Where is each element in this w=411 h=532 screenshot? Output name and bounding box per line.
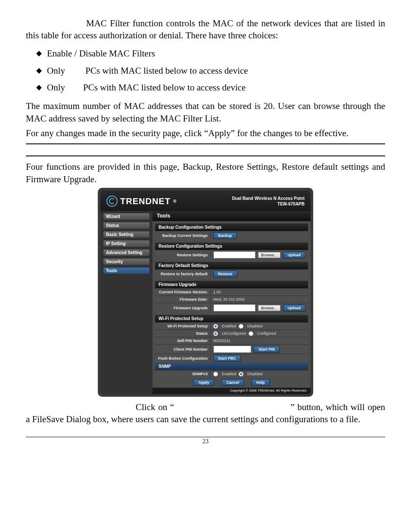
factory-label: Restore to factory default: [155, 271, 211, 277]
apply-button[interactable]: Apply: [193, 379, 214, 386]
wps-startpbc-button[interactable]: Start PBC: [213, 355, 241, 362]
wps-configured-radio[interactable]: [249, 331, 253, 336]
bullet: Only PCs with MAC listed below to access…: [36, 62, 385, 80]
wps-startpin-button[interactable]: Start PIN: [254, 346, 280, 353]
backup-button[interactable]: Backup: [213, 232, 237, 239]
firmware-upload-button[interactable]: Upload: [283, 305, 306, 311]
firmware-version-label: Current Firmware Version:: [155, 289, 211, 296]
bullet: Enable / Disable MAC Filters: [36, 45, 385, 62]
nav-security[interactable]: Security: [103, 258, 150, 265]
snmp-enabled-radio[interactable]: [213, 372, 218, 376]
nav-ip-setting[interactable]: IP Setting: [103, 240, 150, 247]
backup-label: Backup Current Settings: [155, 232, 211, 239]
bullet: Only PCs with MAC listed below to access…: [36, 79, 385, 96]
router-header: TRENDNET® Dual Band Wireless N Access Po…: [100, 190, 311, 211]
firmware-upgrade-label: Firmware Upgrade: [155, 305, 211, 311]
sidebar: Wizard Status Basic Setting IP Setting A…: [100, 211, 153, 394]
restore-file-input[interactable]: [213, 251, 255, 258]
restore-upload-button[interactable]: Upload: [283, 252, 306, 258]
bullet-list: Enable / Disable MAC Filters Only PCs wi…: [36, 45, 385, 97]
firmware-version-value: 1.00: [211, 289, 308, 295]
wps-status-label: Status: [155, 330, 211, 337]
factory-header: Factory Default Settings: [155, 262, 308, 269]
wps-enabled-radio[interactable]: [213, 324, 218, 329]
wps-header: Wi-Fi Protected Setup: [155, 315, 308, 322]
factory-panel: Factory Default Settings Restore to fact…: [155, 262, 308, 278]
nav-wizard[interactable]: Wizard: [103, 213, 150, 220]
paragraph: Four functions are provided in this page…: [26, 161, 385, 185]
restore-panel: Restore Configuration Settings Restore S…: [155, 243, 308, 259]
divider: [26, 156, 385, 156]
nav-status[interactable]: Status: [103, 222, 150, 229]
nav-basic-setting[interactable]: Basic Setting: [103, 231, 150, 238]
divider: [26, 143, 385, 144]
wps-clientpin-input[interactable]: [213, 345, 251, 353]
snmp-label: SNMPv3: [155, 370, 211, 377]
firmware-panel: Firmware Upgrade Current Firmware Versio…: [155, 281, 308, 312]
wps-disabled-radio[interactable]: [239, 324, 243, 329]
page-title: Tools: [153, 211, 311, 221]
paragraph: Click on “” button, which will open a Fi…: [26, 401, 385, 426]
cancel-button[interactable]: Cancel: [221, 379, 244, 386]
backup-panel: Backup Configuration Settings Backup Cur…: [155, 224, 308, 240]
wps-pbc-label: Push Botton Configuration: [155, 355, 211, 362]
swirl-icon: [106, 196, 118, 207]
wps-panel: Wi-Fi Protected Setup Wi-Fi Protected Se…: [155, 315, 308, 388]
wps-label: Wi-Fi Protected Setup: [155, 323, 211, 330]
restore-header: Restore Configuration Settings: [155, 243, 308, 250]
backup-header: Backup Configuration Settings: [155, 224, 308, 231]
snmp-disabled-radio[interactable]: [239, 372, 243, 376]
paragraph: For any changes made in the security pag…: [26, 127, 385, 139]
brand-logo: TRENDNET®: [106, 196, 177, 207]
router-ui: TRENDNET® Dual Band Wireless N Access Po…: [98, 188, 313, 397]
page-number: 23: [26, 437, 385, 445]
copyright-text: Copyright © 2008 TRENDnet. All Rights Re…: [153, 388, 311, 394]
firmware-date-value: Wed, 29 Oct 2008: [211, 296, 308, 302]
paragraph: MAC Filter function controls the MAC of …: [26, 17, 385, 42]
firmware-header: Firmware Upgrade: [155, 281, 308, 288]
main-panel: Tools Backup Configuration Settings Back…: [153, 211, 311, 394]
product-subtitle: Dual Band Wireless N Access Point TEW-67…: [232, 196, 305, 207]
firmware-file-input[interactable]: [213, 304, 255, 311]
wps-selfpin-value: 00023221: [211, 338, 308, 344]
restore-label: Restore Settings: [155, 252, 211, 258]
firmware-date-label: Firmware Date:: [155, 296, 211, 303]
nav-tools[interactable]: Tools: [103, 267, 150, 274]
factory-restore-button[interactable]: Restore: [213, 271, 237, 277]
nav-advanced-setting[interactable]: Advanced Setting: [103, 249, 150, 256]
wps-selfpin-label: Self-PIN Number: [155, 337, 211, 344]
restore-browse-button[interactable]: Browse...: [258, 252, 280, 258]
help-button[interactable]: Help: [252, 379, 270, 386]
firmware-browse-button[interactable]: Browse...: [258, 305, 280, 311]
wps-clientpin-label: Client PIN Number: [155, 346, 211, 353]
wps-unconfigured-radio[interactable]: [213, 331, 218, 336]
snmp-header: SNMP: [155, 363, 308, 370]
paragraph: The maximum number of MAC addresses that…: [26, 100, 385, 124]
